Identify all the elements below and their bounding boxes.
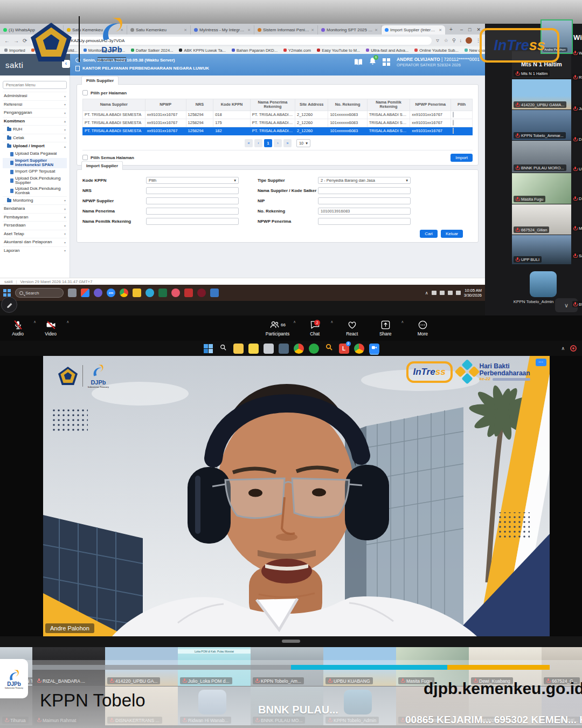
tab-close-icon[interactable]: ✕	[311, 28, 314, 32]
chrome-icon[interactable]	[294, 344, 304, 354]
clock-tray[interactable]: 10:05 AM 3/30/2026	[464, 288, 482, 298]
share-chevron-icon[interactable]: ∧	[401, 320, 404, 324]
select-page-checkbox[interactable]	[82, 90, 88, 95]
row-checkbox[interactable]	[453, 120, 454, 126]
photos-app-icon[interactable]	[81, 289, 89, 297]
teams-icon[interactable]	[94, 289, 102, 297]
import-button[interactable]: Import	[451, 154, 473, 162]
bookmark-item[interactable]: Ultra-fast and Adva...	[366, 48, 408, 53]
apps-grid-icon[interactable]	[383, 58, 390, 66]
tile-more-button[interactable]: ⋯	[536, 359, 546, 366]
excel-icon[interactable]	[158, 289, 167, 297]
search-icon[interactable]	[218, 344, 228, 354]
speaker-video-tile[interactable]: DJPb Indonesian Treasury InTress Hari Ba…	[43, 356, 550, 636]
tab-monitoring-spt[interactable]: Monitoring SPT 2025 Bendaha✕	[318, 25, 382, 35]
sidebar-item-monitoring[interactable]: Monitoring▾	[3, 196, 67, 205]
nama-pemilik-rekening-input[interactable]	[146, 218, 239, 225]
sidebar-item-persediaan[interactable]: Persediaan▾	[3, 221, 67, 230]
extensions-icon[interactable]: ⚲	[452, 38, 456, 43]
table-row[interactable]: PT. TRISALA ABADI SEMESTAxx91031xx167671…	[83, 111, 473, 119]
zoom-app-icon[interactable]	[369, 344, 379, 354]
battery-icon[interactable]	[456, 291, 461, 295]
edge-icon[interactable]	[146, 289, 154, 297]
tab-myintress[interactable]: MyIntress - My Integrated Trea✕	[191, 25, 254, 35]
tab-pilih-supplier[interactable]: Pilih Supplier	[81, 76, 119, 85]
reload-icon[interactable]: ⟳	[23, 38, 27, 44]
download-icon[interactable]: ↓	[460, 38, 462, 43]
new-tab-button[interactable]: +	[447, 26, 455, 33]
no-rekening-input[interactable]	[318, 208, 411, 215]
chrome-profile-icon[interactable]	[354, 344, 364, 354]
participant-tile[interactable]: BNNK PULAU MORO...	[512, 141, 571, 173]
bookmark-item[interactable]: Easy YouTube to M...	[317, 48, 360, 53]
tab-sistem-informasi[interactable]: Sistem Informasi Penilaian Ko✕	[254, 25, 318, 35]
tab-close-icon[interactable]: ✕	[184, 28, 187, 32]
current-page-button[interactable]: 1	[264, 139, 272, 147]
row-checkbox[interactable]	[453, 128, 454, 134]
nrs-input[interactable]	[146, 187, 239, 194]
notifications-bell-icon[interactable]: 6	[369, 57, 376, 67]
annotation-tool-button[interactable]	[1, 297, 17, 313]
tray-chevron-icon[interactable]: ∧	[561, 346, 565, 351]
participant-tile[interactable]: UPP BULI	[512, 235, 571, 264]
zoom-icon[interactable]: zm	[107, 289, 115, 297]
nama-penerima-input[interactable]	[146, 208, 239, 215]
file-explorer-icon[interactable]	[133, 289, 141, 297]
tab-close-icon[interactable]: ✕	[375, 28, 378, 32]
chat-chevron-icon[interactable]: ∧	[330, 320, 333, 324]
opera-icon[interactable]	[197, 289, 206, 297]
video-button[interactable]: Video	[36, 320, 65, 336]
sidebar-item-ruh[interactable]: RUH▾	[3, 125, 67, 134]
npwp-supplier-input[interactable]	[146, 197, 239, 204]
sidebar-item-penganggaran[interactable]: Penganggaran▾	[3, 108, 67, 117]
profile-avatar[interactable]	[466, 37, 472, 44]
forward-icon[interactable]: →	[13, 38, 19, 44]
sidebar-item-laporan[interactable]: Laporan▾	[3, 246, 67, 255]
sidebar-item-cetak[interactable]: Cetak▾	[3, 134, 67, 142]
printer-icon[interactable]	[264, 344, 274, 354]
maximize-icon[interactable]: □	[468, 27, 471, 32]
npwp-penerima-input[interactable]	[318, 218, 411, 225]
wifi-icon[interactable]	[440, 291, 445, 295]
tab-close-icon[interactable]: ✕	[247, 28, 251, 32]
participants-chevron-icon[interactable]: ∧	[293, 320, 296, 324]
app-l-icon[interactable]: L2	[339, 344, 349, 354]
share-button[interactable]: Share	[371, 320, 400, 336]
sidebar-item-administrasi[interactable]: Administrasi▾	[3, 92, 67, 100]
tray-chevron-icon[interactable]: ∧	[425, 291, 428, 296]
filmstrip-drag-handle[interactable]	[282, 640, 300, 643]
react-button[interactable]: React	[337, 320, 366, 336]
participant-tile[interactable]: 667524_Gilian	[512, 204, 571, 235]
file-explorer-icon[interactable]	[233, 344, 244, 354]
select-all-checkbox[interactable]	[82, 155, 88, 160]
sticky-notes-icon[interactable]	[248, 344, 259, 354]
next-page-button[interactable]: ›	[274, 139, 282, 147]
page-size-select[interactable]: 10▾	[296, 139, 310, 147]
taskbar-search-input[interactable]: Search	[15, 288, 64, 298]
sidebar-item-upload-dok-pendukung-supplier[interactable]: Upload Dok.Pendukung Supplier	[3, 176, 67, 186]
bookmark-item[interactable]: ABK KPPN Luwuk Ta...	[179, 48, 225, 53]
bookmark-item[interactable]: Y2mate.com	[283, 48, 311, 53]
sidebar-item-akuntansi[interactable]: Akuntansi dan Pelaporan▾	[3, 238, 67, 246]
sidebar-item-import-gpp-terpusat[interactable]: Import GPP Terpusat	[3, 168, 67, 176]
sidebar-item-bendahara[interactable]: Bendahara▾	[3, 204, 67, 213]
pen-tray-icon[interactable]	[432, 291, 436, 295]
nip-input[interactable]	[318, 197, 411, 204]
bookmark-item[interactable]: Online Youtube Sub...	[414, 48, 459, 53]
bookmark-item[interactable]: Imported	[4, 48, 25, 53]
row-checkbox[interactable]	[453, 112, 454, 118]
menu-search-input[interactable]	[3, 81, 67, 89]
sidebar-item-upload-import[interactable]: Upload / Import▴	[3, 142, 67, 150]
app-x-icon[interactable]	[184, 289, 193, 297]
participant-floating-tile[interactable]	[530, 271, 557, 297]
shield-app-icon[interactable]	[68, 289, 77, 297]
book-icon[interactable]	[354, 59, 363, 66]
back-icon[interactable]: ←	[4, 38, 10, 44]
audio-button[interactable]: Audio	[3, 320, 32, 336]
sidebar-item-import-supplier-interkoneksi-span[interactable]: Import Supplier Interkoneksi SPAN	[3, 158, 67, 168]
first-page-button[interactable]: «	[245, 139, 253, 147]
tipe-supplier-select[interactable]: 2 - Penyedia Barang dan Jasa▾	[318, 177, 411, 184]
tab-close-icon[interactable]: ✕	[439, 28, 442, 32]
search-icon[interactable]: 🜄	[435, 38, 440, 43]
notes-app-icon[interactable]	[210, 289, 219, 297]
